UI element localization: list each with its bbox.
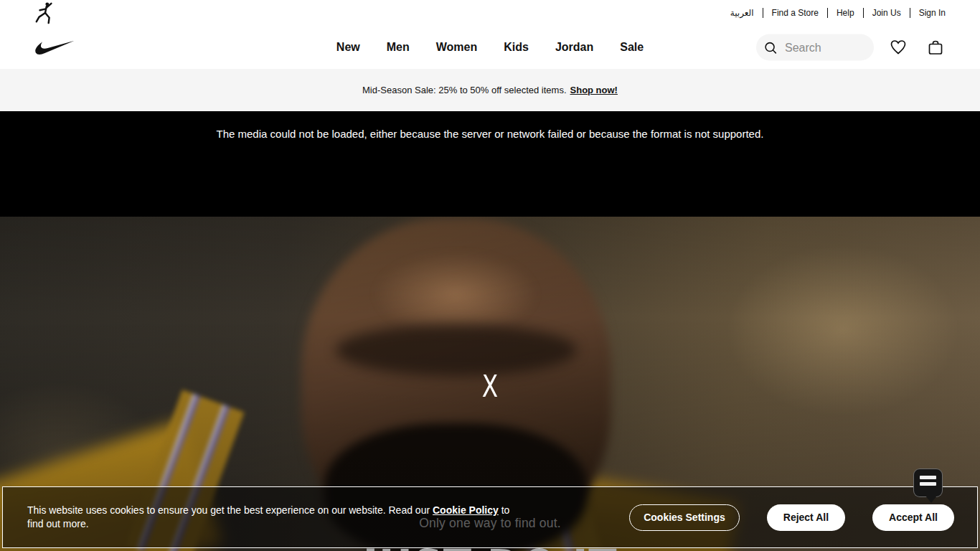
cookie-banner: This website uses cookies to ensure you … <box>2 486 978 548</box>
cookie-message: This website uses cookies to ensure you … <box>27 504 522 531</box>
heart-icon <box>890 39 907 56</box>
nike-swoosh-icon <box>34 39 75 55</box>
jordan-jumpman-icon <box>34 1 56 24</box>
accept-all-button[interactable]: Accept All <box>872 504 954 531</box>
nav-link-kids[interactable]: Kids <box>504 41 529 54</box>
video-error-region: The media could not be loaded, either be… <box>0 111 980 217</box>
utility-link-sign-in[interactable]: Sign In <box>910 8 946 18</box>
cookie-policy-link[interactable]: Cookie Policy <box>433 504 499 516</box>
jordan-logo-link[interactable] <box>34 1 56 24</box>
bag-icon <box>927 39 944 56</box>
search-box[interactable] <box>756 34 874 61</box>
promo-text: Mid-Season Sale: 25% to 50% off selected… <box>362 85 566 95</box>
media-error-message: The media could not be loaded, either be… <box>0 111 980 140</box>
close-icon[interactable]: X <box>108 369 872 404</box>
bag-button[interactable] <box>923 34 948 60</box>
reject-all-button[interactable]: Reject All <box>767 504 845 531</box>
cookie-actions: Cookies Settings Reject All Accept All <box>629 504 954 531</box>
cookie-text-1: This website uses cookies to ensure you … <box>27 504 433 516</box>
search-icon <box>763 39 778 55</box>
utility-links: العربية Find a Store Help Join Us Sign I… <box>722 8 946 18</box>
chat-icon <box>920 482 936 486</box>
nav-link-men[interactable]: Men <box>387 41 410 54</box>
nike-homepage: العربية Find a Store Help Join Us Sign I… <box>0 0 980 551</box>
nav-link-new[interactable]: New <box>336 41 360 54</box>
utility-link-help[interactable]: Help <box>828 8 863 18</box>
promo-shop-now-link[interactable]: Shop now! <box>570 85 618 95</box>
chat-widget-button[interactable] <box>913 468 943 497</box>
promo-banner: Mid-Season Sale: 25% to 50% off selected… <box>0 69 980 111</box>
cookies-settings-button[interactable]: Cookies Settings <box>629 504 740 531</box>
chat-icon <box>920 476 936 479</box>
utility-link-join-us[interactable]: Join Us <box>864 8 910 18</box>
chat-bubble-tail <box>925 496 937 503</box>
primary-nav-links: New Men Women Kids Jordan Sale <box>336 41 644 54</box>
main-nav: New Men Women Kids Jordan Sale <box>0 26 980 69</box>
favorites-button[interactable] <box>885 34 911 60</box>
nav-link-women[interactable]: Women <box>436 41 477 54</box>
hero-photo-highlight <box>373 251 538 337</box>
search-input[interactable] <box>785 41 864 54</box>
nav-link-sale[interactable]: Sale <box>620 41 644 54</box>
utility-link-language[interactable]: العربية <box>722 8 763 18</box>
utility-bar: العربية Find a Store Help Join Us Sign I… <box>0 0 980 26</box>
nav-right-cluster <box>756 34 948 61</box>
utility-link-find-store[interactable]: Find a Store <box>763 8 827 18</box>
nav-link-jordan[interactable]: Jordan <box>555 41 593 54</box>
